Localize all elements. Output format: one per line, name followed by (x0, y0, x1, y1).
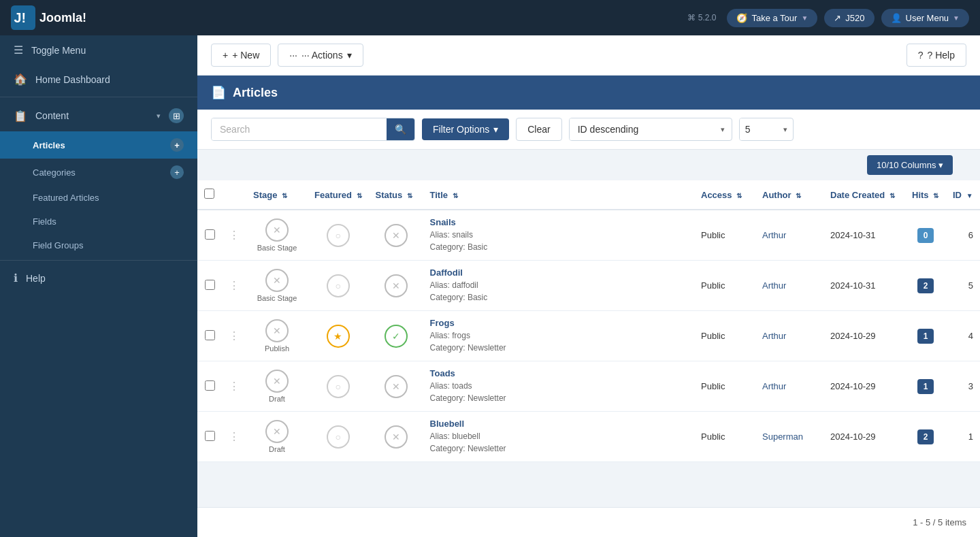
stage-cell-0: ✕ Basic Stage (253, 218, 301, 252)
featured-icon-4[interactable]: ○ (327, 425, 350, 449)
per-page-wrap: 5 10 20 50 100 ▾ (739, 118, 794, 141)
search-button[interactable]: 🔍 (387, 118, 414, 140)
sidebar-item-articles[interactable]: Articles + (0, 131, 197, 159)
article-title-link-3[interactable]: Toads (430, 368, 455, 378)
drag-handle-3[interactable]: ⋮ (229, 380, 240, 392)
stage-label-4: Draft (269, 445, 285, 453)
sidebar-item-home-dashboard[interactable]: 🏠 Home Dashboard (0, 65, 197, 94)
chevron-filter-icon: ▾ (493, 124, 498, 135)
home-dashboard-label: Home Dashboard (35, 74, 184, 85)
sidebar-item-help[interactable]: ℹ Help (0, 263, 197, 293)
actions-button[interactable]: ··· ··· Actions ▾ (278, 44, 363, 67)
top-navbar: J! Joomla! ⌘ 5.2.0 🧭 Take a Tour ▼ ↗ J52… (0, 0, 980, 35)
drag-handle-2[interactable]: ⋮ (229, 330, 240, 342)
th-id-label: ID (953, 190, 962, 200)
clear-button[interactable]: Clear (516, 118, 561, 141)
sidebar-item-field-groups[interactable]: Field Groups (0, 233, 197, 257)
sidebar-item-categories[interactable]: Categories + (0, 159, 197, 186)
article-meta-4: Alias: bluebellCategory: Newsletter (430, 430, 687, 455)
table-wrap: Stage ⇅ Featured ⇅ Status ⇅ Title (197, 180, 980, 507)
row-checkbox-0[interactable] (205, 229, 215, 240)
th-author[interactable]: Author ⇅ (755, 180, 823, 210)
stage-icon-2[interactable]: ✕ (265, 319, 289, 342)
title-cell-0: Snails Alias: snailsCategory: Basic (430, 217, 687, 253)
row-checkbox-2[interactable] (205, 330, 215, 340)
search-input[interactable] (212, 118, 387, 140)
status-icon-3[interactable]: ✕ (385, 375, 408, 398)
columns-bar: 10/10 Columns ▾ (197, 150, 980, 180)
toggle-menu-label: Toggle Menu (31, 45, 184, 56)
article-title-link-2[interactable]: Frogs (430, 318, 455, 328)
sort-id-icon: ▼ (966, 192, 973, 199)
featured-icon-3[interactable]: ○ (327, 375, 350, 398)
select-all-checkbox[interactable] (204, 189, 214, 199)
status-icon-4[interactable]: ✕ (385, 425, 408, 449)
article-title-link-4[interactable]: Bluebell (430, 419, 465, 429)
add-article-icon[interactable]: + (170, 138, 184, 152)
row-checkbox-3[interactable] (205, 380, 215, 391)
th-featured[interactable]: Featured ⇅ (308, 180, 369, 210)
sort-select-wrap: ID descending ID ascending Title ascendi… (569, 118, 732, 141)
pagination-bar: 1 - 5 / 5 items (197, 507, 980, 537)
status-icon-2[interactable]: ✓ (385, 325, 408, 348)
article-title-link-1[interactable]: Daffodil (430, 267, 463, 278)
columns-button[interactable]: 10/10 Columns ▾ (867, 155, 953, 175)
th-id[interactable]: ID ▼ (946, 180, 980, 210)
date-cell-2: 2024-10-29 (830, 331, 876, 341)
stage-icon-4[interactable]: ✕ (265, 420, 289, 443)
chevron-sort-icon: ▾ (714, 125, 732, 134)
sort-select[interactable]: ID descending ID ascending Title ascendi… (570, 118, 714, 140)
row-checkbox-4[interactable] (205, 431, 215, 441)
joomla-logo[interactable]: J! Joomla! (11, 5, 86, 30)
drag-handle-0[interactable]: ⋮ (229, 229, 240, 241)
sort-title-icon: ⇅ (453, 192, 458, 199)
th-access[interactable]: Access ⇅ (694, 180, 755, 210)
date-cell-3: 2024-10-29 (830, 381, 876, 391)
stage-cell-1: ✕ Basic Stage (253, 269, 301, 302)
th-status[interactable]: Status ⇅ (369, 180, 423, 210)
sidebar-item-fields[interactable]: Fields (0, 210, 197, 233)
new-button[interactable]: + + New (211, 44, 271, 67)
author-link-2[interactable]: Arthur (762, 331, 786, 341)
th-hits[interactable]: Hits ⇅ (905, 180, 946, 210)
article-title-link-0[interactable]: Snails (430, 217, 456, 227)
drag-handle-4[interactable]: ⋮ (229, 431, 240, 442)
filter-options-button[interactable]: Filter Options ▾ (422, 118, 509, 140)
help-button[interactable]: ? ? Help (906, 44, 966, 67)
table-header-row: Stage ⇅ Featured ⇅ Status ⇅ Title (197, 180, 980, 210)
title-cell-3: Toads Alias: toadsCategory: Newsletter (430, 368, 687, 404)
author-link-4[interactable]: Superman (762, 432, 803, 442)
drag-handle-1[interactable]: ⋮ (229, 280, 240, 291)
sidebar-item-content[interactable]: 📋 Content ▾ ⊞ (0, 100, 197, 131)
sidebar-item-toggle-menu[interactable]: ☰ Toggle Menu (0, 35, 197, 65)
sidebar-item-featured-articles[interactable]: Featured Articles (0, 186, 197, 210)
actions-label: ··· Actions (301, 50, 343, 61)
author-link-3[interactable]: Arthur (762, 381, 786, 391)
stage-cell-4: ✕ Draft (253, 420, 301, 453)
featured-icon-0[interactable]: ○ (327, 224, 350, 247)
toggle-menu-icon: ☰ (14, 44, 23, 56)
add-category-icon[interactable]: + (170, 165, 184, 179)
status-icon-0[interactable]: ✕ (385, 224, 408, 247)
th-stage[interactable]: Stage ⇅ (246, 180, 308, 210)
stage-icon-0[interactable]: ✕ (265, 218, 289, 242)
table-row: ⋮ ✕ Basic Stage ○✕ Snails Alias: snailsC… (197, 210, 980, 261)
stage-icon-3[interactable]: ✕ (265, 370, 289, 393)
article-meta-1: Alias: daffodilCategory: Basic (430, 279, 687, 304)
user-menu-button[interactable]: 👤 User Menu ▼ (881, 9, 969, 27)
navbar-right: ⌘ 5.2.0 🧭 Take a Tour ▼ ↗ J520 👤 User Me… (687, 9, 969, 27)
stage-icon-1[interactable]: ✕ (265, 269, 289, 292)
author-link-0[interactable]: Arthur (762, 230, 786, 240)
articles-header-icon: 📄 (211, 85, 226, 100)
featured-icon-2[interactable]: ★ (327, 325, 350, 348)
question-icon: ? (918, 50, 924, 61)
status-icon-1[interactable]: ✕ (385, 274, 408, 297)
j520-button[interactable]: ↗ J520 (824, 9, 874, 27)
row-checkbox-1[interactable] (205, 280, 215, 290)
th-date-created[interactable]: Date Created ⇅ (823, 180, 905, 210)
th-title[interactable]: Title ⇅ (423, 180, 694, 210)
per-page-select[interactable]: 5 10 20 50 100 (740, 118, 778, 140)
take-tour-button[interactable]: 🧭 Take a Tour ▼ (727, 9, 817, 27)
featured-icon-1[interactable]: ○ (327, 274, 350, 297)
author-link-1[interactable]: Arthur (762, 280, 786, 291)
